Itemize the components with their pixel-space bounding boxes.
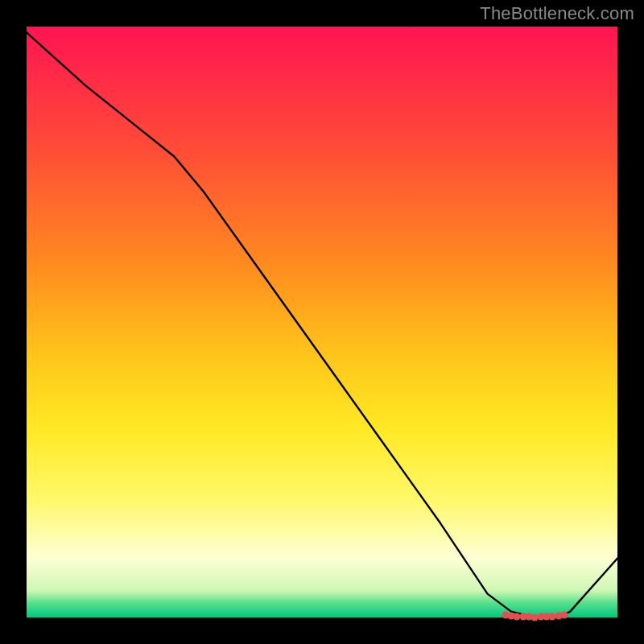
chart-marker: [560, 612, 568, 619]
chart-plot-area: [27, 27, 617, 617]
watermark-label: TheBottleneck.com: [480, 3, 634, 24]
chart-svg: [27, 27, 617, 617]
chart-gradient-background: [27, 27, 617, 617]
